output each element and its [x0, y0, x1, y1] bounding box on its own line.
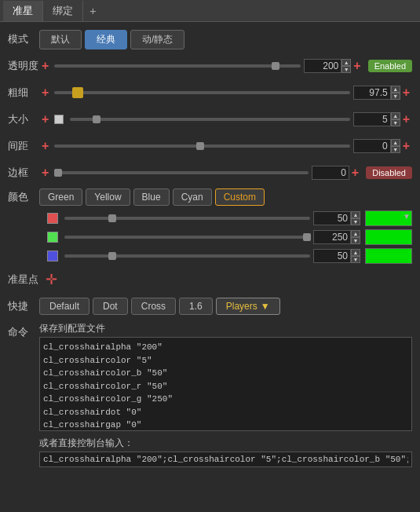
transparency-input[interactable] [304, 59, 341, 73]
channel-r-input-wrap: ▲ ▼ [313, 211, 360, 225]
command-textarea[interactable] [39, 337, 412, 431]
transparency-minus[interactable]: + [39, 59, 51, 73]
channel-g-input[interactable] [313, 230, 351, 244]
channel-b-swatch [47, 251, 58, 261]
size-spin-down[interactable]: ▼ [391, 119, 400, 126]
thickness-row: 粗细 + ▲ ▼ + [8, 82, 412, 104]
thickness-spin-down[interactable]: ▼ [391, 93, 400, 100]
channel-b-spin-down[interactable]: ▼ [351, 256, 360, 263]
thickness-slider-track[interactable] [54, 91, 349, 94]
size-slider-track[interactable] [70, 118, 349, 121]
color-green-button[interactable]: Green [39, 188, 82, 206]
tab-bar: 准星 绑定 + [0, 0, 420, 22]
shortcut-num-button[interactable]: 1.6 [179, 298, 213, 315]
channel-r-slider-track[interactable] [64, 217, 310, 220]
channel-r-spin-down[interactable]: ▼ [351, 218, 360, 225]
border-label: 边框 [8, 166, 39, 180]
channel-r-swatch [47, 213, 58, 224]
command-save-label: 保存到配置文件 [39, 322, 412, 335]
crosshair-point-row: 准星点 ✛ [8, 269, 412, 291]
channel-b-thumb[interactable] [108, 252, 116, 260]
gap-spin-up[interactable]: ▲ [391, 139, 400, 146]
color-custom-button[interactable]: Custom [215, 188, 265, 206]
transparency-spin-down[interactable]: ▼ [341, 66, 351, 73]
command-direct-label: 或者直接控制台输入： [39, 437, 412, 450]
border-input-wrap [312, 166, 349, 180]
channel-g-slider-track[interactable] [64, 236, 310, 239]
shortcut-dot-button[interactable]: Dot [93, 298, 128, 315]
thickness-slider-thumb[interactable] [72, 87, 83, 98]
thickness-plus[interactable]: + [400, 86, 412, 100]
transparency-row: 透明度 + ▲ ▼ + Enabled [8, 55, 412, 77]
mode-default-button[interactable]: 默认 [39, 30, 82, 49]
tab-banding[interactable]: 绑定 [43, 1, 83, 21]
border-minus[interactable]: + [39, 166, 51, 180]
size-minus[interactable]: + [39, 112, 51, 126]
crosshair-point-icon[interactable]: ✛ [46, 271, 57, 288]
transparency-plus[interactable]: + [351, 59, 363, 73]
transparency-input-wrap: ▲ ▼ [304, 59, 351, 73]
color-preview-arrow[interactable]: ▼ [402, 211, 411, 221]
border-row: 边框 + + Disabled [8, 162, 412, 184]
channel-g-swatch [47, 232, 58, 243]
color-preview-mid [365, 229, 412, 245]
size-input[interactable] [353, 112, 391, 126]
shortcut-row: 快捷 Default Dot Cross 1.6 Players ▼ [8, 295, 412, 317]
gap-minus[interactable]: + [39, 139, 51, 153]
channel-g-spin-up[interactable]: ▲ [351, 230, 360, 237]
mode-dynamic-button[interactable]: 动/静态 [130, 30, 184, 49]
shortcut-default-button[interactable]: Default [39, 298, 89, 315]
channel-b-input[interactable] [313, 249, 351, 263]
command-content: 保存到配置文件 或者直接控制台输入： [39, 322, 412, 467]
shortcut-cross-button[interactable]: Cross [131, 298, 176, 315]
border-plus[interactable]: + [349, 166, 361, 180]
border-input[interactable] [312, 166, 349, 180]
color-preview-top: ▼ [365, 210, 412, 226]
thickness-input-wrap: ▲ ▼ [353, 86, 400, 100]
thickness-spin-up[interactable]: ▲ [391, 86, 400, 93]
size-spin: ▲ ▼ [391, 112, 400, 126]
channel-r-input[interactable] [313, 211, 351, 225]
channel-b-spin: ▲ ▼ [351, 249, 360, 263]
size-slider-thumb[interactable] [93, 115, 100, 123]
channel-g-spin-down[interactable]: ▼ [351, 237, 360, 244]
thickness-minus[interactable]: + [39, 86, 51, 100]
tab-add-button[interactable]: + [83, 1, 103, 20]
channel-b-input-wrap: ▲ ▼ [313, 249, 360, 263]
transparency-spin-up[interactable]: ▲ [341, 59, 351, 66]
transparency-slider-track[interactable] [54, 64, 301, 68]
channel-g-spin: ▲ ▼ [351, 230, 360, 244]
command-direct-input[interactable] [39, 452, 412, 467]
shortcut-label: 快捷 [8, 299, 39, 313]
shortcut-players-button[interactable]: Players ▼ [216, 298, 280, 315]
size-spin-up[interactable]: ▲ [391, 112, 400, 119]
gap-input[interactable] [353, 139, 391, 153]
color-blue-button[interactable]: Blue [133, 188, 170, 206]
gap-spin-down[interactable]: ▼ [391, 146, 400, 153]
color-cyan-button[interactable]: Cyan [173, 188, 212, 206]
color-yellow-button[interactable]: Yellow [86, 188, 130, 206]
size-plus[interactable]: + [400, 112, 412, 126]
channel-r-thumb[interactable] [108, 214, 116, 222]
channel-b-slider-track[interactable] [64, 254, 310, 258]
color-label: 颜色 [8, 190, 39, 204]
border-slider-thumb[interactable] [54, 169, 62, 177]
tab-zhunxing[interactable]: 准星 [3, 1, 43, 21]
channel-r-spin-up[interactable]: ▲ [351, 211, 360, 218]
gap-plus[interactable]: + [400, 139, 412, 153]
thickness-spin: ▲ ▼ [391, 86, 400, 100]
mode-classic-button[interactable]: 经典 [85, 30, 127, 49]
transparency-slider-thumb[interactable] [272, 62, 279, 70]
command-label: 命令 [8, 325, 39, 339]
thickness-input[interactable] [353, 86, 391, 100]
border-status: Disabled [366, 166, 412, 179]
size-label: 大小 [8, 112, 39, 126]
border-slider-track[interactable] [54, 171, 309, 174]
channel-g-thumb[interactable] [303, 233, 311, 241]
gap-slider-track[interactable] [54, 144, 349, 148]
thickness-label: 粗细 [8, 86, 39, 100]
mode-row: 模式 默认 经典 动/静态 [8, 28, 412, 50]
gap-slider-thumb[interactable] [196, 142, 204, 150]
channel-b-spin-up[interactable]: ▲ [351, 249, 360, 256]
transparency-spin: ▲ ▼ [341, 59, 351, 73]
